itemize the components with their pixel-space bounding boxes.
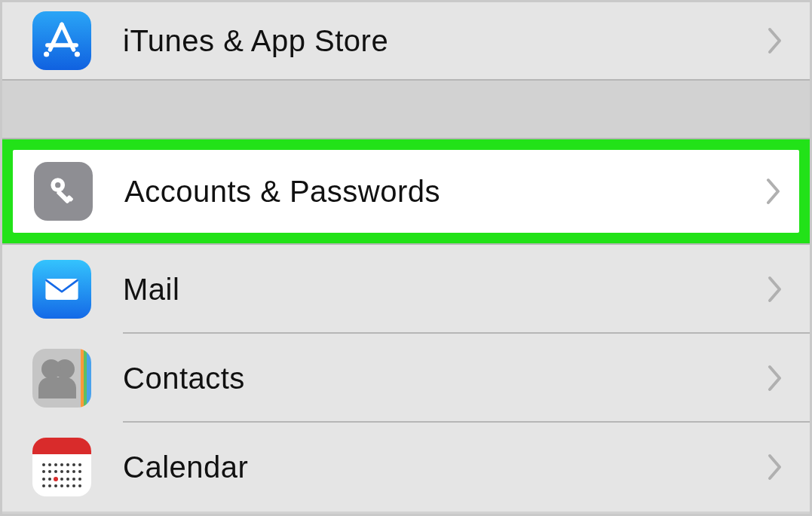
contacts-icon [32, 349, 91, 408]
row-label: Calendar [123, 450, 768, 484]
row-contacts[interactable]: Contacts [2, 334, 810, 423]
row-label: Accounts & Passwords [124, 175, 766, 209]
chevron-right-icon [766, 178, 781, 205]
app-store-icon [32, 11, 91, 70]
row-label: iTunes & App Store [123, 24, 768, 58]
settings-screen: iTunes & App Store Accounts & Passwords [0, 0, 812, 516]
key-icon [34, 162, 93, 221]
calendar-icon [32, 438, 91, 496]
highlight-box: Accounts & Passwords [2, 139, 810, 243]
chevron-right-icon [768, 453, 783, 481]
row-calendar[interactable]: Calendar [2, 423, 810, 511]
svg-point-6 [55, 182, 60, 188]
svg-point-3 [44, 51, 49, 56]
row-itunes-app-store[interactable]: iTunes & App Store [2, 2, 810, 79]
chevron-right-icon [768, 276, 783, 303]
row-label: Mail [123, 273, 768, 307]
svg-point-4 [75, 51, 80, 56]
chevron-right-icon [768, 27, 783, 54]
mail-icon [32, 260, 91, 319]
row-mail[interactable]: Mail [2, 245, 810, 334]
settings-group-lower: Mail Contacts Calendar [2, 243, 810, 511]
section-gap [2, 81, 810, 139]
row-label: Contacts [123, 362, 768, 395]
svg-rect-9 [45, 279, 78, 300]
chevron-right-icon [768, 365, 783, 392]
row-accounts-passwords[interactable]: Accounts & Passwords [13, 150, 799, 233]
settings-group-top: iTunes & App Store [2, 2, 810, 81]
